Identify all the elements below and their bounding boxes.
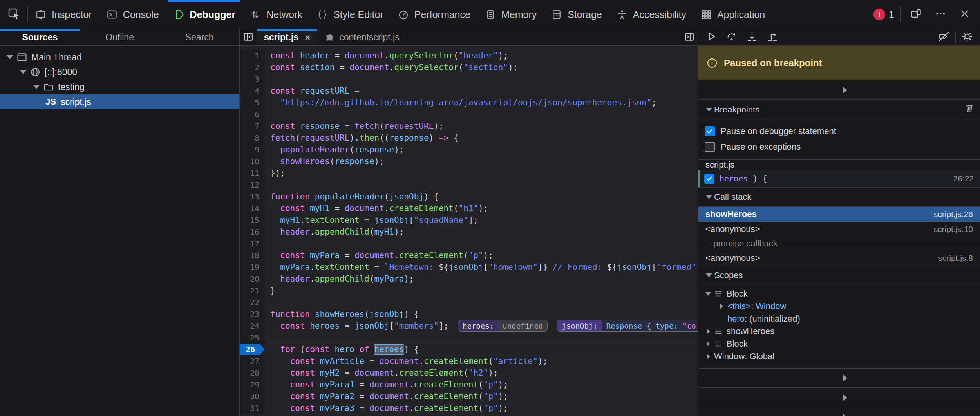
twisty-icon[interactable] bbox=[702, 341, 714, 347]
option-pause-on-debugger-statement[interactable]: Pause on debugger statement bbox=[698, 123, 980, 139]
twisty-icon[interactable] bbox=[702, 292, 714, 296]
line-number[interactable]: 19 bbox=[240, 261, 265, 273]
line-number[interactable]: 9 bbox=[240, 144, 265, 156]
xhr-breakpoints-header[interactable]: XHR Breakpoints bbox=[698, 368, 980, 388]
line-number[interactable]: 29 bbox=[240, 379, 265, 391]
line-number[interactable]: 7 bbox=[240, 120, 265, 132]
code-line-29: 29 const myPara1 = document.createElemen… bbox=[240, 379, 698, 391]
code-token: ]; bbox=[468, 215, 478, 225]
line-number[interactable]: 13 bbox=[240, 191, 265, 203]
line-number[interactable]: 27 bbox=[240, 355, 265, 367]
line-number[interactable]: 17 bbox=[240, 238, 265, 250]
call-stack-frame-anonymous[interactable]: <anonymous>script.js:10 bbox=[698, 222, 980, 237]
line-number[interactable]: 30 bbox=[240, 391, 265, 402]
call-stack-frame-anonymous[interactable]: <anonymous>script.js:8 bbox=[698, 251, 980, 266]
close-devtools-button[interactable] bbox=[956, 5, 974, 24]
scopes-header[interactable]: Scopes bbox=[698, 266, 980, 285]
inline-preview-pill[interactable]: jsonObj:Response { type: "co bbox=[557, 320, 698, 332]
editor-tab-contentscript-js[interactable]: contentscript.js bbox=[317, 29, 406, 45]
step-out-button[interactable] bbox=[763, 30, 781, 45]
line-number[interactable]: 23 bbox=[240, 308, 265, 320]
resume-button[interactable] bbox=[702, 30, 720, 45]
panel-tab-search[interactable]: Search bbox=[159, 29, 239, 45]
line-number[interactable]: 28 bbox=[240, 367, 265, 379]
preview-token: Response bbox=[606, 322, 642, 330]
line-number[interactable]: 3 bbox=[240, 73, 265, 85]
line-number[interactable]: 15 bbox=[240, 214, 265, 226]
tab-inspector[interactable]: Inspector bbox=[28, 0, 99, 29]
tree-item-testing[interactable]: testing bbox=[0, 80, 239, 94]
tree-item-script-js[interactable]: JSscript.js bbox=[0, 94, 239, 109]
debugger-settings-button[interactable] bbox=[958, 30, 976, 45]
line-number[interactable]: 8 bbox=[240, 132, 265, 144]
disable-breakpoints-button[interactable] bbox=[935, 30, 953, 45]
paused-line-marker[interactable]: 26 bbox=[240, 344, 265, 355]
tab-application[interactable]: Application bbox=[693, 0, 772, 29]
scope-node-window[interactable]: Window: Global bbox=[698, 350, 980, 363]
line-number[interactable]: 4 bbox=[240, 85, 265, 97]
responsive-design-mode-button[interactable] bbox=[907, 5, 925, 24]
inline-preview-pill[interactable]: heroes:undefined bbox=[458, 320, 548, 332]
line-number[interactable]: 6 bbox=[240, 109, 265, 120]
tab-accessibility[interactable]: Accessibility bbox=[609, 0, 693, 29]
dom-mutation-breakpoints-header[interactable]: DOM Mutation Breakpoints bbox=[698, 407, 980, 416]
line-number[interactable]: 31 bbox=[240, 402, 265, 414]
watch-expressions-header[interactable]: Watch expressions bbox=[698, 80, 980, 100]
checkbox-checked[interactable] bbox=[705, 126, 715, 136]
line-number[interactable]: 20 bbox=[240, 273, 265, 285]
breakpoint-item[interactable]: heroes) {26:22 bbox=[698, 170, 980, 187]
twisty-icon[interactable] bbox=[702, 354, 714, 359]
tab-style-editor[interactable]: Style Editor bbox=[309, 0, 391, 29]
line-number[interactable]: 25 bbox=[240, 332, 265, 344]
breakpoints-header[interactable]: Breakpoints bbox=[698, 100, 980, 119]
twisty-icon[interactable] bbox=[702, 329, 714, 334]
collapse-sources-panel-button[interactable] bbox=[240, 29, 257, 45]
error-count-badge[interactable]: ! 1 bbox=[873, 9, 894, 20]
scope-node-block[interactable]: Block bbox=[698, 338, 980, 350]
line-number[interactable]: 12 bbox=[240, 179, 265, 191]
editor-tab-script-js[interactable]: script.js× bbox=[257, 29, 317, 45]
breakpoint-checkbox[interactable] bbox=[704, 174, 714, 184]
tree-item-main-thread[interactable]: Main Thread bbox=[0, 50, 239, 65]
twisty-icon[interactable] bbox=[5, 55, 15, 59]
tab-console[interactable]: Console bbox=[99, 0, 166, 29]
line-number[interactable]: 5 bbox=[240, 97, 265, 109]
line-number[interactable]: 22 bbox=[240, 297, 265, 308]
expand-right-panel-button[interactable] bbox=[681, 29, 698, 45]
element-picker-button[interactable] bbox=[0, 0, 27, 29]
line-number[interactable]: 21 bbox=[240, 285, 265, 297]
close-tab-icon[interactable]: × bbox=[305, 32, 310, 43]
twisty-icon[interactable] bbox=[31, 85, 42, 89]
remove-breakpoints-button[interactable] bbox=[964, 103, 975, 116]
tab-debugger[interactable]: Debugger bbox=[166, 0, 243, 29]
line-number[interactable]: 1 bbox=[240, 50, 265, 61]
tab-performance[interactable]: Performance bbox=[391, 0, 477, 29]
tab-network[interactable]: Network bbox=[242, 0, 309, 29]
line-number[interactable]: 11 bbox=[240, 167, 265, 179]
scope-node-block[interactable]: Block bbox=[698, 288, 980, 300]
line-number[interactable]: 16 bbox=[240, 226, 265, 238]
call-stack-frame-showheroes[interactable]: showHeroesscript.js:26 bbox=[698, 207, 980, 222]
checkbox-unchecked[interactable] bbox=[705, 142, 715, 152]
panel-tab-sources[interactable]: Sources bbox=[0, 29, 80, 45]
tree-item-8000[interactable]: [::]:8000 bbox=[0, 65, 239, 80]
line-number[interactable]: 18 bbox=[240, 250, 265, 261]
panel-tab-outline[interactable]: Outline bbox=[80, 29, 160, 45]
step-over-button[interactable] bbox=[723, 30, 741, 45]
meatball-menu-button[interactable] bbox=[931, 5, 949, 24]
tab-memory[interactable]: Memory bbox=[477, 0, 544, 29]
call-stack-header[interactable]: Call stack bbox=[698, 187, 980, 207]
scope-node-hero[interactable]: hero: (uninitialized) bbox=[698, 313, 980, 325]
step-in-button[interactable] bbox=[743, 30, 761, 45]
scope-node-showheroes[interactable]: showHeroes bbox=[698, 325, 980, 338]
scope-node-this[interactable]: <this>: Window bbox=[698, 300, 980, 313]
line-number[interactable]: 2 bbox=[240, 61, 265, 73]
event-listener-breakpoints-header[interactable]: Event Listener Breakpoints Log bbox=[698, 388, 980, 407]
line-number[interactable]: 14 bbox=[240, 203, 265, 214]
line-number[interactable]: 24 bbox=[240, 320, 265, 332]
line-number[interactable]: 10 bbox=[240, 156, 265, 167]
twisty-icon[interactable] bbox=[18, 70, 28, 74]
option-pause-on-exceptions[interactable]: Pause on exceptions bbox=[698, 139, 980, 155]
tab-storage[interactable]: Storage bbox=[544, 0, 609, 29]
twisty-icon[interactable] bbox=[716, 304, 727, 309]
